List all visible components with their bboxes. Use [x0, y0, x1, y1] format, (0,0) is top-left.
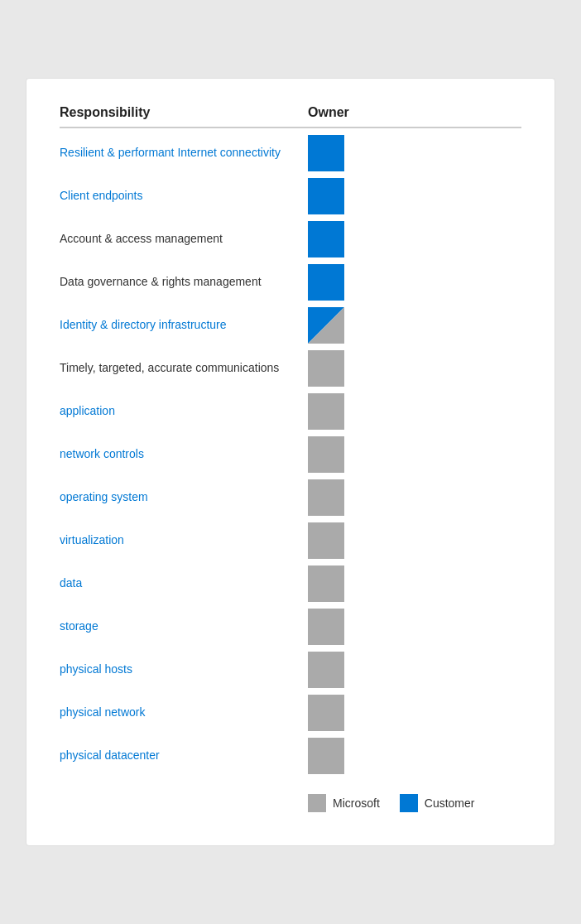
legend: Microsoft Customer — [60, 794, 521, 812]
row-label-identity-directory: Identity & directory infrastructure — [60, 317, 308, 334]
row-label-physical-network: physical network — [60, 705, 308, 721]
customer-label: Customer — [425, 796, 475, 810]
customer-color-box — [400, 794, 418, 812]
table-row: Timely, targeted, accurate communication… — [60, 347, 521, 390]
table-row: physical hosts — [60, 648, 521, 691]
row-label-application: application — [60, 403, 308, 420]
owner-box-virtualization — [308, 522, 344, 559]
owner-header: Owner — [308, 105, 349, 120]
row-label-network-controls: network controls — [60, 446, 308, 463]
table-row: network controls — [60, 433, 521, 476]
legend-microsoft: Microsoft — [308, 794, 380, 812]
table-row: physical datacenter — [60, 734, 521, 777]
table-row: Client endpoints — [60, 175, 521, 218]
owner-box-timely-communications — [308, 350, 344, 387]
row-label-timely-communications: Timely, targeted, accurate communication… — [60, 360, 308, 377]
responsibility-header: Responsibility — [60, 105, 308, 120]
owner-box-operating-system — [308, 479, 344, 516]
row-label-virtualization: virtualization — [60, 532, 308, 549]
table-row: Identity & directory infrastructure — [60, 304, 521, 347]
table-row: storage — [60, 605, 521, 648]
owner-box-physical-hosts — [308, 652, 344, 688]
table-row: operating system — [60, 476, 521, 519]
table-row: physical network — [60, 691, 521, 734]
microsoft-label: Microsoft — [333, 796, 380, 810]
table-row: virtualization — [60, 519, 521, 562]
row-label-data-governance: Data governance & rights management — [60, 274, 308, 291]
row-label-account-access: Account & access management — [60, 231, 308, 248]
row-label-physical-datacenter: physical datacenter — [60, 748, 308, 764]
table-row: data — [60, 562, 521, 605]
legend-customer: Customer — [400, 794, 475, 812]
owner-box-storage — [308, 609, 344, 645]
table-header: Responsibility Owner — [60, 105, 521, 128]
row-label-storage: storage — [60, 618, 308, 635]
owner-box-data — [308, 565, 344, 602]
table-row: Data governance & rights management — [60, 261, 521, 304]
owner-box-physical-datacenter — [308, 738, 344, 774]
main-card: Responsibility Owner Resilient & perform… — [26, 78, 555, 846]
owner-box-physical-network — [308, 695, 344, 731]
row-label-client-endpoints: Client endpoints — [60, 188, 308, 205]
table-row: Account & access management — [60, 218, 521, 261]
triangle-microsoft — [308, 307, 344, 344]
owner-box-network-controls — [308, 436, 344, 473]
owner-box-client-endpoints — [308, 178, 344, 214]
microsoft-color-box — [308, 794, 326, 812]
owner-box-account-access — [308, 221, 344, 257]
row-label-physical-hosts: physical hosts — [60, 662, 308, 678]
owner-box-data-governance — [308, 264, 344, 301]
row-label-resilient-internet: Resilient & performant Internet connecti… — [60, 145, 308, 161]
owner-box-resilient-internet — [308, 135, 344, 171]
rows-container: Resilient & performant Internet connecti… — [60, 132, 521, 777]
table-row: Resilient & performant Internet connecti… — [60, 132, 521, 175]
row-label-operating-system: operating system — [60, 489, 308, 506]
row-label-data: data — [60, 575, 308, 592]
table-row: application — [60, 390, 521, 433]
owner-box-identity-directory — [308, 307, 344, 344]
owner-box-application — [308, 393, 344, 430]
